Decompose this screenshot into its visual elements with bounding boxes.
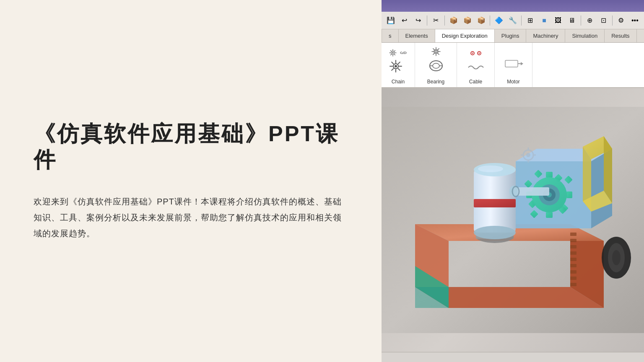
ribbon-group-chain[interactable]: Chain (382, 43, 415, 87)
toolbar-separator-1 (427, 16, 427, 26)
tab-results[interactable]: Results (605, 29, 636, 42)
svg-marker-17 (521, 62, 523, 65)
svg-point-14 (478, 53, 480, 54)
svg-rect-29 (570, 270, 576, 274)
chain-gear-icon-large (388, 59, 403, 74)
tab-design-exploration[interactable]: Design Exploration (435, 29, 495, 42)
bearing-icons-container (428, 47, 444, 75)
ribbon-group-motor[interactable]: Motor (495, 43, 532, 87)
toolbar-separator-6 (612, 16, 613, 26)
screen-icon[interactable]: 🖥 (566, 14, 579, 27)
svg-point-67 (612, 250, 621, 265)
tab-machinery[interactable]: Machinery (526, 29, 565, 42)
chain-icons-container (388, 48, 408, 75)
slide-description: 欢迎来到《仿真软件应用基础》PPT课件！本课程将介绍仿真软件的概述、基础知识、工… (34, 194, 348, 241)
svg-point-13 (472, 53, 473, 54)
svg-rect-31 (570, 283, 576, 286)
toolbar-separator-5 (581, 16, 581, 26)
tab-elements[interactable]: Elements (399, 29, 435, 42)
toolbar-separator-3 (490, 16, 490, 26)
image-icon[interactable]: 🖼 (552, 14, 565, 27)
cable-label: Cable (469, 79, 482, 85)
svg-rect-49 (546, 172, 553, 178)
status-bar (382, 352, 644, 362)
viewport-3d[interactable] (382, 88, 644, 352)
ribbon-group-cable[interactable]: Cable (457, 43, 495, 87)
redo-icon[interactable]: ↪ (412, 14, 425, 27)
svg-rect-28 (570, 264, 576, 267)
svg-rect-24 (570, 239, 576, 242)
machine-svg (382, 88, 644, 352)
svg-point-5 (434, 49, 438, 54)
grid-icon[interactable]: ⊞ (524, 14, 537, 27)
svg-rect-50 (546, 212, 553, 218)
svg-rect-30 (570, 277, 576, 280)
ribbon-group-bearing[interactable]: Bearing (415, 43, 457, 87)
bearing-gear-icon-1 (431, 47, 441, 58)
slide-title: 《仿真软件应用基础》PPT课件 (34, 121, 348, 173)
svg-rect-23 (570, 233, 576, 236)
ribbon-content: Chain (382, 43, 644, 88)
svg-rect-33 (415, 287, 449, 308)
software-panel: 💾 ↩ ↪ ✂ 📦 📦 📦 🔷 🔧 ⊞ ■ 🖼 🖥 ⊕ ⊡ ⚙ ••• s El… (382, 0, 644, 362)
copy-box-icon[interactable]: 📦 (461, 14, 474, 27)
svg-rect-27 (570, 258, 576, 261)
more-icon[interactable]: ••• (628, 14, 641, 27)
3d-icon[interactable]: 🔷 (492, 14, 505, 27)
svg-rect-26 (570, 251, 576, 255)
svg-point-39 (474, 226, 516, 239)
color-icon[interactable]: ■ (538, 14, 551, 27)
paste-box-icon[interactable]: 📦 (475, 14, 488, 27)
settings-icon[interactable]: ⚙ (615, 14, 628, 27)
chain-gear-icon-1 (388, 48, 397, 57)
motor-icons-container (503, 55, 524, 75)
motor-label: Motor (507, 79, 520, 85)
svg-rect-41 (474, 199, 516, 207)
save-icon[interactable]: 💾 (384, 14, 397, 27)
slide-panel: 《仿真软件应用基础》PPT课件 欢迎来到《仿真软件应用基础》PPT课件！本课程将… (0, 0, 382, 362)
toolbar-separator-2 (444, 16, 445, 26)
svg-point-40 (478, 165, 503, 172)
bearing-label: Bearing (427, 79, 444, 85)
cable-connector-icon (468, 50, 483, 60)
svg-point-8 (433, 63, 439, 68)
cable-icons-container (467, 50, 484, 75)
cut-icon[interactable]: ✂ (429, 14, 442, 27)
svg-point-4 (395, 65, 397, 67)
build-icon[interactable]: 🔧 (506, 14, 519, 27)
select-icon[interactable]: ⊡ (597, 14, 610, 27)
target-icon[interactable]: ⊕ (583, 14, 596, 27)
tab-plugins[interactable]: Plugins (495, 29, 527, 42)
svg-rect-15 (505, 60, 518, 67)
svg-point-69 (526, 153, 530, 157)
title-bar (382, 0, 644, 12)
svg-rect-51 (566, 191, 572, 198)
icon-toolbar: 💾 ↩ ↪ ✂ 📦 📦 📦 🔷 🔧 ⊞ ■ 🖼 🖥 ⊕ ⊡ ⚙ ••• (382, 12, 644, 29)
chain-link-icon (399, 48, 408, 57)
cable-wave-icon (467, 63, 484, 74)
svg-rect-25 (570, 245, 576, 248)
chain-label: Chain (392, 79, 405, 85)
tab-simulation[interactable]: Simulation (565, 29, 605, 42)
undo-icon[interactable]: ↩ (398, 14, 411, 27)
svg-point-6 (435, 51, 437, 53)
svg-point-1 (392, 52, 394, 54)
tab-s[interactable]: s (382, 29, 399, 42)
box-icon[interactable]: 📦 (447, 14, 460, 27)
bearing-ring-icon (428, 59, 444, 74)
toolbar-separator-4 (521, 16, 522, 26)
menu-tabs: s Elements Design Exploration Plugins Ma… (382, 29, 644, 43)
